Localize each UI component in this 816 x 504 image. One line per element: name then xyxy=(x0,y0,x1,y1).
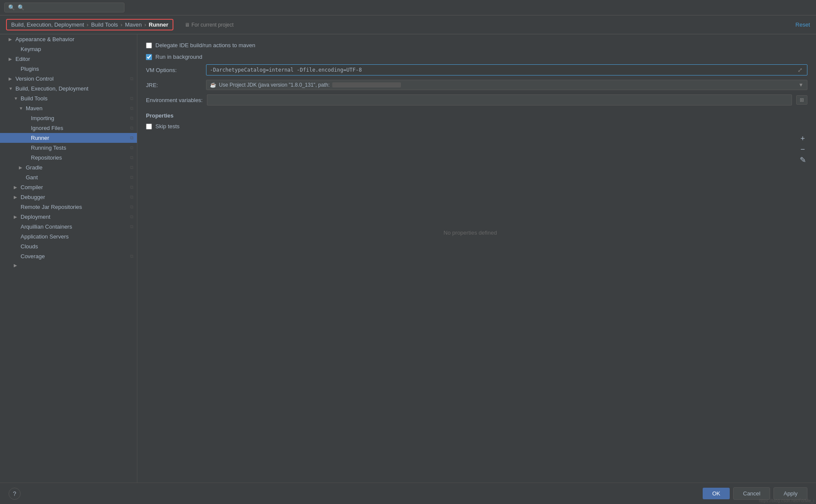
sidebar-item-remote-jar[interactable]: Remote Jar Repositories ⧉ xyxy=(0,202,137,212)
sidebar-item-running-tests[interactable]: Running Tests ⧉ xyxy=(0,143,137,153)
breadcrumb-part1[interactable]: Build, Execution, Deployment xyxy=(11,21,84,28)
skip-tests-checkbox[interactable] xyxy=(146,124,152,130)
sidebar-item-runner[interactable]: Runner ⧉ xyxy=(0,133,137,143)
sidebar-item-label: Editor xyxy=(15,56,30,62)
vm-expand-button[interactable]: ⤢ xyxy=(797,66,804,73)
monitor-icon: 🖥 xyxy=(185,22,190,28)
sidebar-item-coverage[interactable]: Coverage ⧉ xyxy=(0,251,137,261)
sidebar-item-label: Appearance & Behavior xyxy=(15,36,74,42)
watermark: https://blog.csdn.net/ForMe_i xyxy=(759,498,814,503)
ok-button[interactable]: OK xyxy=(703,488,730,499)
right-panel: Delegate IDE build/run actions to maven … xyxy=(137,34,816,483)
sidebar-item-label: Repositories xyxy=(31,154,62,161)
add-property-button[interactable]: + xyxy=(798,134,807,143)
main-content: ▶ Appearance & Behavior Keymap ▶ Editor … xyxy=(0,34,816,483)
sidebar-item-debugger[interactable]: ▶ Debugger ⧉ xyxy=(0,192,137,202)
sidebar-item-repositories[interactable]: Repositories ⧉ xyxy=(0,153,137,163)
sidebar-item-label: Arquillian Containers xyxy=(21,223,72,230)
bottom-bar: ? OK Cancel Apply xyxy=(0,483,816,504)
sidebar-item-gant[interactable]: Gant ⧉ xyxy=(0,172,137,182)
breadcrumb-part2[interactable]: Build Tools xyxy=(91,21,118,28)
edit-property-button[interactable]: ✎ xyxy=(798,155,807,165)
sidebar-item-label: Importing xyxy=(31,115,54,121)
sidebar-item-build-tools[interactable]: ▼ Build Tools ⧉ xyxy=(0,94,137,103)
sidebar-item-appearance[interactable]: ▶ Appearance & Behavior xyxy=(0,34,137,44)
jre-select[interactable]: ☕ Use Project JDK (java version "1.8.0_1… xyxy=(206,80,807,90)
remove-property-button[interactable]: − xyxy=(798,145,807,154)
sidebar-item-more[interactable]: ▶ xyxy=(0,261,137,269)
jre-path-mask xyxy=(332,82,401,88)
sidebar-item-maven[interactable]: ▼ Maven ⧉ xyxy=(0,103,137,113)
breadcrumb-sep1: › xyxy=(87,21,88,28)
sidebar-item-label: Runner xyxy=(31,135,49,141)
sidebar-item-arquillian[interactable]: Arquillian Containers ⧉ xyxy=(0,222,137,232)
sidebar-item-build-exec[interactable]: ▼ Build, Execution, Deployment xyxy=(0,84,137,94)
env-browse-button[interactable]: ⊞ xyxy=(796,95,807,105)
arrow-icon: ▼ xyxy=(14,96,19,101)
sidebar-item-app-servers[interactable]: Application Servers xyxy=(0,232,137,241)
sidebar-item-label: Gradle xyxy=(26,164,42,171)
copy-icon: ⧉ xyxy=(130,145,133,151)
arrow-icon: ▶ xyxy=(14,195,19,199)
sidebar-item-clouds[interactable]: Clouds xyxy=(0,241,137,251)
copy-icon: ⧉ xyxy=(130,125,133,131)
arrow-icon: ▶ xyxy=(9,57,14,61)
delegate-checkbox[interactable] xyxy=(146,42,152,48)
breadcrumb-sep2: › xyxy=(121,21,122,28)
for-current-project: 🖥 For current project xyxy=(185,22,234,28)
reset-button[interactable]: Reset xyxy=(795,21,810,28)
sidebar-item-label: Debugger xyxy=(21,194,45,200)
breadcrumb-bar: Build, Execution, Deployment › Build Too… xyxy=(0,15,816,34)
delegate-checkbox-row: Delegate IDE build/run actions to maven xyxy=(146,41,807,49)
sidebar-item-importing[interactable]: Importing ⧉ xyxy=(0,113,137,123)
jre-dropdown-arrow: ▼ xyxy=(798,82,804,88)
skip-tests-checkbox-row: Skip tests xyxy=(146,122,807,130)
breadcrumb-highlight: Build, Execution, Deployment › Build Too… xyxy=(6,19,173,30)
sidebar-item-label: Build, Execution, Deployment xyxy=(15,85,88,92)
apply-button[interactable]: Apply xyxy=(774,487,807,500)
properties-side-buttons: + − ✎ xyxy=(798,134,807,305)
jre-label: JRE: xyxy=(146,82,202,88)
sidebar-item-label: Running Tests xyxy=(31,145,66,151)
delegate-label: Delegate IDE build/run actions to maven xyxy=(155,42,255,48)
sidebar-item-gradle[interactable]: ▶ Gradle ⧉ xyxy=(0,163,137,172)
copy-icon: ⧉ xyxy=(130,135,133,141)
search-input[interactable] xyxy=(18,4,121,11)
sidebar-item-deployment[interactable]: ▶ Deployment ⧉ xyxy=(0,212,137,222)
copy-icon: ⧉ xyxy=(130,96,133,101)
jdk-icon: ☕ xyxy=(210,82,216,88)
breadcrumb-part4[interactable]: Runner xyxy=(149,21,169,28)
arrow-icon: ▼ xyxy=(9,86,14,91)
search-box[interactable]: 🔍 xyxy=(4,3,124,12)
sidebar-item-label: Application Servers xyxy=(21,233,69,240)
run-bg-checkbox[interactable] xyxy=(146,54,152,60)
sidebar-item-ignored-files[interactable]: Ignored Files ⧉ xyxy=(0,123,137,133)
copy-icon: ⧉ xyxy=(130,204,133,210)
help-button[interactable]: ? xyxy=(9,488,21,500)
arrow-icon: ▶ xyxy=(19,165,24,170)
env-vars-label: Environment variables: xyxy=(146,97,203,103)
sidebar-item-label: Remote Jar Repositories xyxy=(21,204,82,210)
sidebar-item-editor[interactable]: ▶ Editor xyxy=(0,54,137,64)
sidebar-item-version-control[interactable]: ▶ Version Control ⧉ xyxy=(0,74,137,84)
sidebar-item-compiler[interactable]: ▶ Compiler ⧉ xyxy=(0,182,137,192)
cancel-button[interactable]: Cancel xyxy=(733,487,770,500)
arrow-icon: ▶ xyxy=(9,37,14,42)
sidebar-item-label: Deployment xyxy=(21,214,50,220)
arrow-icon: ▶ xyxy=(14,263,19,268)
skip-tests-label: Skip tests xyxy=(155,123,179,130)
properties-area-wrapper: No properties defined + − ✎ xyxy=(146,134,807,305)
env-vars-row: Environment variables: ⊞ xyxy=(146,94,807,106)
breadcrumb-sep3: › xyxy=(144,21,146,28)
sidebar-item-label: Build Tools xyxy=(21,95,48,102)
jre-value: Use Project JDK (java version "1.8.0_131… xyxy=(219,82,330,88)
vm-options-input-wrapper[interactable]: -DarchetypeCatalog=internal -Dfile.encod… xyxy=(206,64,807,75)
copy-icon: ⧉ xyxy=(130,214,133,220)
sidebar-item-plugins[interactable]: Plugins xyxy=(0,64,137,74)
vm-options-label: VM Options: xyxy=(146,67,202,73)
env-vars-input[interactable] xyxy=(207,94,792,106)
copy-icon: ⧉ xyxy=(130,115,133,121)
sidebar-item-keymap[interactable]: Keymap xyxy=(0,44,137,54)
vm-options-row: VM Options: -DarchetypeCatalog=internal … xyxy=(146,64,807,75)
breadcrumb-part3[interactable]: Maven xyxy=(125,21,142,28)
